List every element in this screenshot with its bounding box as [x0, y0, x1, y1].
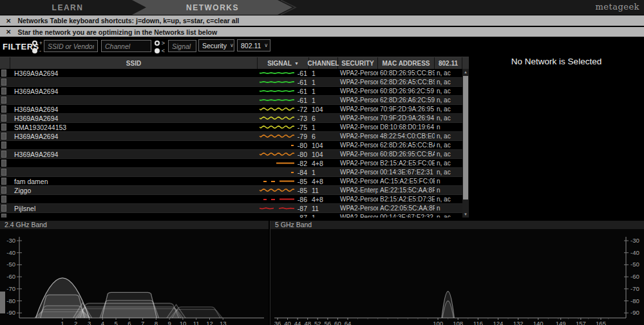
- svg-text:-60: -60: [6, 273, 15, 280]
- close-icon[interactable]: ✕: [6, 28, 11, 35]
- network-row[interactable]: -871WPA2-Personal00:14:3E:67:E2:32n, ac: [0, 213, 462, 218]
- signal-cell: -85: [258, 186, 309, 194]
- network-row[interactable]: H369A9A2694-796WPA2-Personal48:22:54:C0:…: [0, 132, 462, 141]
- sort-desc-icon: ▼: [294, 61, 299, 66]
- star-toggle[interactable]: [1, 196, 6, 203]
- svg-text:-40: -40: [6, 249, 15, 256]
- star-cell: [0, 69, 10, 77]
- network-row[interactable]: -80104WPA2-Personal62:8D:26:A5:CC:BAn, a…: [0, 141, 462, 150]
- star-toggle[interactable]: [1, 169, 6, 176]
- close-icon[interactable]: ✕: [6, 17, 11, 24]
- svg-text:-90: -90: [6, 309, 15, 316]
- mac-address-cell: B2:15:A2:E5:FC:0E: [378, 159, 435, 167]
- chart-vertical-scrollbar-thumb[interactable]: [0, 292, 5, 313]
- star-toggle[interactable]: [1, 160, 6, 167]
- network-row[interactable]: H369A9A2694-611WPA2-Personal60:8D:26:96:…: [0, 87, 462, 96]
- dot11-cell: n, ac: [435, 159, 462, 167]
- dot11-cell: n: [435, 123, 462, 131]
- network-row[interactable]: -611WPA2-Personal62:8D:26:A6:2C:59n, ac: [0, 96, 462, 105]
- star-toggle[interactable]: [1, 151, 6, 158]
- column-header-signal[interactable]: SIGNAL▼: [258, 57, 309, 69]
- svg-text:6: 6: [128, 320, 131, 325]
- star-cell: [0, 114, 10, 122]
- tab-learn[interactable]: LEARN: [37, 3, 98, 12]
- svg-text:60: 60: [334, 320, 341, 325]
- band-2-4ghz-panel: 2.4 GHz Band -30-40-50-60-70-80-90123456…: [0, 221, 269, 325]
- network-row[interactable]: H369A9A2694-72104WPA2-Personal70:9F:2D:9…: [0, 105, 462, 114]
- svg-text:44: 44: [294, 320, 301, 325]
- ssid-filter-input[interactable]: [44, 40, 98, 52]
- less-than-radio[interactable]: [155, 48, 160, 53]
- star-toggle[interactable]: [1, 214, 6, 218]
- column-header-802-11[interactable]: 802.11: [435, 57, 462, 69]
- channel-cell: 1: [309, 96, 338, 104]
- column-header-ssid[interactable]: SSID: [10, 57, 258, 69]
- band-2-4ghz-title: 2.4 GHz Band: [0, 221, 269, 229]
- star-column-header: [0, 57, 10, 69]
- greater-than-radio[interactable]: [155, 41, 160, 46]
- network-row[interactable]: Pijlsnel-8711WPA2-PersonalAC:22:05:5C:AA…: [0, 204, 462, 213]
- network-row[interactable]: -824+8WPA2-PersonalB2:15:A2:E5:FC:0En, a…: [0, 159, 462, 168]
- star-toggle[interactable]: [1, 142, 6, 149]
- ssid-cell: H369A9A2694: [10, 105, 258, 113]
- star-toggle[interactable]: [1, 124, 6, 131]
- star-toggle[interactable]: [1, 115, 6, 122]
- column-header-mac-address[interactable]: MAC ADDRESS: [378, 57, 435, 69]
- channel-cell: 1: [309, 168, 338, 176]
- scrollbar-thumb[interactable]: [463, 76, 468, 200]
- signal-sparkline: [258, 106, 296, 113]
- security-filter-dropdown[interactable]: Security ∨: [198, 39, 234, 51]
- svg-text:-50: -50: [630, 261, 639, 268]
- table-scrollbar[interactable]: ▲ ▼: [462, 69, 469, 218]
- ssid-cell: [10, 195, 258, 203]
- signal-filter-input[interactable]: [168, 40, 196, 52]
- tab-networks[interactable]: NETWORKS: [147, 3, 278, 12]
- mac-address-cell: AC:22:05:5C:AA:8F: [378, 204, 435, 212]
- network-row[interactable]: fam damen-854+8WPA2-PersonalAC:15:A2:E5:…: [0, 177, 462, 186]
- star-toggle[interactable]: [1, 178, 6, 185]
- network-row[interactable]: -611WPA2-Personal62:8D:26:A5:CC:B9n, ac: [0, 78, 462, 87]
- exclude-radio[interactable]: [32, 48, 37, 53]
- ssid-cell: H369A9A2694: [10, 114, 258, 122]
- security-cell: WPA2-Personal: [338, 96, 378, 104]
- network-row[interactable]: Ziggo-8511WPA2-EnterpriseAE:22:15:5C:AA:…: [0, 186, 462, 195]
- signal-cell: -73: [258, 114, 309, 122]
- signal-cell: -61: [258, 69, 309, 77]
- scroll-down-icon[interactable]: ▼: [462, 211, 469, 218]
- star-toggle[interactable]: [1, 133, 6, 140]
- security-cell: WPA2-Personal: [338, 123, 378, 131]
- scroll-up-icon[interactable]: ▲: [462, 69, 469, 75]
- svg-text:-30: -30: [630, 237, 639, 244]
- svg-text:3: 3: [88, 320, 91, 325]
- star-toggle[interactable]: [1, 205, 6, 212]
- svg-text:36: 36: [274, 320, 281, 325]
- column-header-security[interactable]: SECURITY: [338, 57, 378, 69]
- star-toggle[interactable]: [1, 79, 6, 86]
- network-row[interactable]: -864+8WPA2-PersonalB2:15:A2:E5:D7:3En, a…: [0, 195, 462, 204]
- include-radio[interactable]: [32, 41, 37, 46]
- network-row[interactable]: SMA1930244153-751WPA2-PersonalD8:10:68:D…: [0, 123, 462, 132]
- svg-text:10: 10: [180, 320, 187, 325]
- star-toggle[interactable]: [1, 97, 6, 104]
- mac-address-cell: AE:22:15:5C:AA:8F: [378, 186, 435, 194]
- signal-sparkline: [258, 133, 296, 140]
- network-row[interactable]: H369A9A2694-611WPA2-Personal60:8D:26:95:…: [0, 69, 462, 78]
- column-header-channel[interactable]: CHANNEL: [309, 57, 338, 69]
- svg-text:124: 124: [493, 320, 504, 325]
- notification-text: Star the network you are optimizing in t…: [17, 28, 217, 36]
- network-row[interactable]: -841WPA2-Personal00:14:3E:67:E2:31n, ac: [0, 168, 462, 177]
- signal-cell: -85: [258, 177, 309, 185]
- mac-address-cell: AC:15:A2:E5:FC:0E: [378, 177, 435, 185]
- network-row[interactable]: H369A9A2694-80104WPA2-Personal60:8D:26:9…: [0, 150, 462, 159]
- svg-text:-40: -40: [630, 249, 639, 256]
- star-toggle[interactable]: [1, 88, 6, 95]
- security-cell: WPA2-Personal: [338, 114, 378, 122]
- metageek-logo: metageek: [595, 2, 639, 12]
- dot11-cell: n, ac: [435, 96, 462, 104]
- dot11-filter-dropdown[interactable]: 802.11 ∨: [237, 39, 270, 51]
- star-toggle[interactable]: [1, 70, 6, 77]
- star-toggle[interactable]: [1, 187, 6, 194]
- channel-filter-input[interactable]: [101, 40, 151, 52]
- network-row[interactable]: H369A9A2694-736WPA2-Personal70:9F:2D:9A:…: [0, 114, 462, 123]
- star-toggle[interactable]: [1, 106, 6, 113]
